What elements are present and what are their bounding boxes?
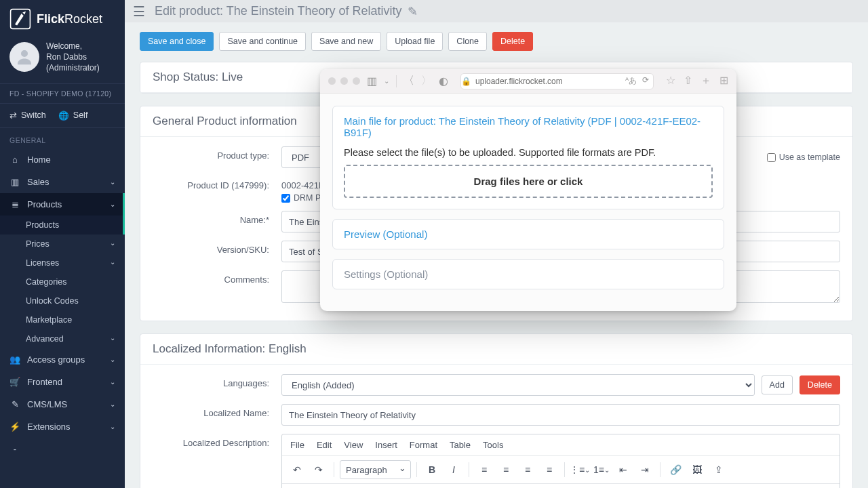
accordion-main-file: Main file for product: The Einstein Theo… xyxy=(332,106,724,209)
chevron-down-icon: ⌄ xyxy=(110,334,115,342)
ed-menu-tools[interactable]: Tools xyxy=(483,440,503,450)
section-general: GENERAL xyxy=(0,128,125,148)
plus-icon[interactable]: ＋ xyxy=(701,74,711,88)
share-icon[interactable]: ⇧ xyxy=(684,74,692,88)
nav-cms[interactable]: ✎CMS/LMS⌄ xyxy=(0,393,125,415)
upload-file-button[interactable]: Upload file xyxy=(387,32,443,51)
self-toggle[interactable]: 🌐Self xyxy=(58,110,88,121)
link-icon[interactable]: 🔗 xyxy=(666,460,685,479)
nav-frontend[interactable]: 🛒Frontend⌄ xyxy=(0,371,125,393)
label-name: Name:* xyxy=(153,211,281,225)
nav-products[interactable]: ≣Products⌄ xyxy=(0,193,125,216)
list-icon: ≣ xyxy=(9,199,20,209)
globe-icon: 🌐 xyxy=(58,110,69,121)
indent-icon[interactable]: ⇥ xyxy=(635,460,654,479)
url-bar[interactable]: 🔒uploader.flickrocket.comᴬあ⟳ xyxy=(460,73,654,89)
bold-icon[interactable]: B xyxy=(422,460,441,479)
sub-licenses[interactable]: Licenses⌄ xyxy=(0,253,125,272)
localized-panel: Localized Information: English Languages… xyxy=(140,333,853,488)
ed-menu-insert[interactable]: Insert xyxy=(375,440,397,450)
italic-icon[interactable]: I xyxy=(444,460,463,479)
save-continue-button[interactable]: Save and continue xyxy=(219,32,306,51)
avatar xyxy=(9,42,39,72)
chevron-down-icon: ⌄ xyxy=(110,378,115,386)
align-justify-icon[interactable]: ≡ xyxy=(540,460,559,479)
chevron-down-icon: ⌄ xyxy=(110,356,115,363)
editor-body[interactable]: The Einstein Theory of Relativity by Hen… xyxy=(282,484,840,488)
sub-unlock[interactable]: Unlock Codes xyxy=(0,291,125,310)
brand-name: FlickRocket xyxy=(37,12,102,26)
ed-menu-view[interactable]: View xyxy=(344,440,363,450)
label-sku: Version/SKU: xyxy=(153,241,281,255)
bullet-list-icon[interactable]: ⋮≡ xyxy=(570,460,589,479)
people-icon: 👥 xyxy=(9,354,20,365)
ed-menu-edit[interactable]: Edit xyxy=(317,440,332,450)
paragraph-select[interactable]: Paragraph xyxy=(340,460,411,479)
sidebar-toggle-icon[interactable]: ▥ xyxy=(367,75,377,87)
undo-icon[interactable]: ↶ xyxy=(288,460,307,479)
brand-logo: FlickRocket xyxy=(0,0,125,35)
align-center-icon[interactable]: ≡ xyxy=(496,460,515,479)
save-new-button[interactable]: Save and new xyxy=(311,32,381,51)
switch-icon: ⇄ xyxy=(9,110,17,121)
chevron-down-icon: ⌄ xyxy=(110,239,115,247)
nav-home[interactable]: ⌂Home xyxy=(0,148,125,171)
chevron-down-icon: ⌄ xyxy=(110,201,115,208)
sub-products[interactable]: Products xyxy=(0,216,125,235)
edit-title-icon[interactable]: ✎ xyxy=(408,4,418,19)
acc-main-file-header[interactable]: Main file for product: The Einstein Theo… xyxy=(333,106,724,147)
nav-sales[interactable]: ▥Sales⌄ xyxy=(0,171,125,193)
upload-icon[interactable]: ⇪ xyxy=(709,460,728,479)
forward-icon[interactable]: 〉 xyxy=(421,74,432,88)
ed-menu-file[interactable]: File xyxy=(290,440,304,450)
sidebar: FlickRocket Welcome, Ron Dabbs (Administ… xyxy=(0,0,125,488)
shield-icon[interactable]: ◐ xyxy=(439,75,448,87)
modal-titlebar: ▥⌄ 〈〉 ◐ 🔒uploader.flickrocket.comᴬあ⟳ ☆ ⇧… xyxy=(320,69,736,94)
nav-more[interactable]: - xyxy=(0,438,125,460)
redo-icon[interactable]: ↷ xyxy=(309,460,328,479)
align-right-icon[interactable]: ≡ xyxy=(518,460,537,479)
label-localized-desc: Localized Description: xyxy=(153,434,281,448)
reload-icon[interactable]: ⟳ xyxy=(642,75,649,87)
svg-point-1 xyxy=(21,50,28,57)
translate-icon[interactable]: ᴬあ xyxy=(625,75,637,87)
user-role: (Administrator) xyxy=(46,62,100,73)
align-left-icon[interactable]: ≡ xyxy=(475,460,494,479)
accordion-settings[interactable]: Settings (Optional) xyxy=(332,259,724,289)
tenant-label: FD - SHOPIFY DEMO (17120) xyxy=(0,83,125,104)
topbar: ☰ Edit product: The Einstein Theory of R… xyxy=(125,0,868,22)
back-icon[interactable]: 〈 xyxy=(403,74,414,88)
ed-menu-table[interactable]: Table xyxy=(450,440,471,450)
clone-button[interactable]: Clone xyxy=(448,32,487,51)
language-select[interactable]: English (Added) xyxy=(281,374,755,396)
chart-icon: ▥ xyxy=(9,177,20,187)
rocket-icon xyxy=(9,8,31,30)
image-icon[interactable]: 🖼 xyxy=(688,460,707,479)
number-list-icon[interactable]: 1≡ xyxy=(592,460,611,479)
hamburger-icon[interactable]: ☰ xyxy=(133,3,145,20)
accordion-preview[interactable]: Preview (Optional) xyxy=(332,219,724,249)
delete-language-button[interactable]: Delete xyxy=(800,375,840,394)
delete-button[interactable]: Delete xyxy=(492,32,533,51)
file-dropzone[interactable]: Drag files here or click xyxy=(344,165,713,198)
nav-access[interactable]: 👥Access groups⌄ xyxy=(0,348,125,371)
add-language-button[interactable]: Add xyxy=(762,375,793,394)
outdent-icon[interactable]: ⇤ xyxy=(614,460,633,479)
window-controls[interactable] xyxy=(328,77,360,85)
rich-text-editor: File Edit View Insert Format Table Tools xyxy=(281,434,840,488)
sub-categories[interactable]: Categories xyxy=(0,272,125,291)
save-close-button[interactable]: Save and close xyxy=(140,32,214,51)
sub-prices[interactable]: Prices⌄ xyxy=(0,235,125,253)
switch-toggle[interactable]: ⇄Switch xyxy=(9,110,46,121)
welcome-text: Welcome, xyxy=(46,41,100,52)
localized-name-input[interactable] xyxy=(281,404,840,426)
chevron-down-icon: ⌄ xyxy=(110,401,115,408)
tabs-icon[interactable]: ⊞ xyxy=(719,74,728,88)
ed-menu-format[interactable]: Format xyxy=(410,440,437,450)
nav-extensions[interactable]: ⚡Extensions⌄ xyxy=(0,415,125,438)
label-comments: Comments: xyxy=(153,270,281,285)
star-icon[interactable]: ☆ xyxy=(666,74,675,88)
sub-marketplace[interactable]: Marketplace xyxy=(0,310,125,329)
sub-advanced[interactable]: Advanced⌄ xyxy=(0,329,125,348)
use-as-template-checkbox[interactable]: Use as template xyxy=(767,152,840,162)
